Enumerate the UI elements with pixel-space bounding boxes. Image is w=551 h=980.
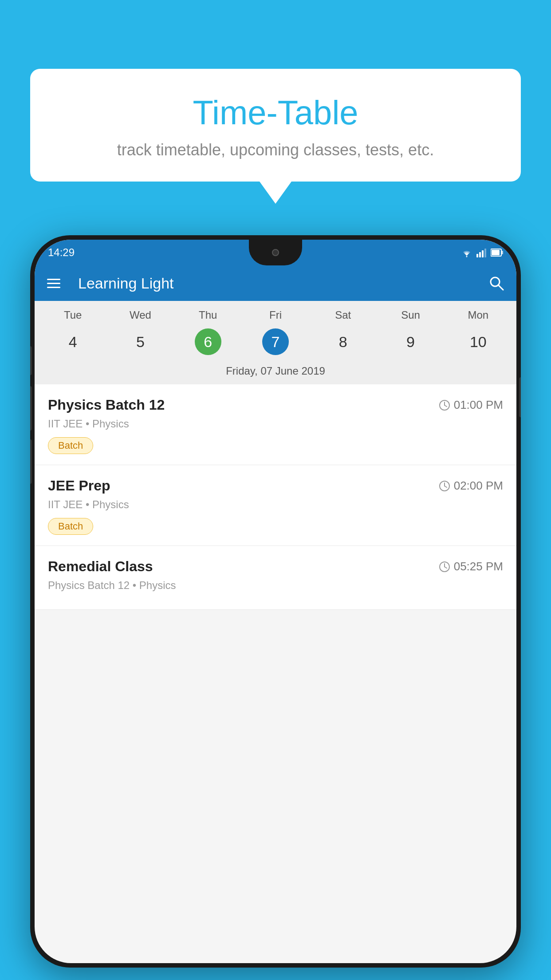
signal-icon xyxy=(476,248,487,257)
day-fri: Fri xyxy=(242,309,309,321)
app-bar: Learning Light xyxy=(35,265,516,301)
svg-rect-7 xyxy=(492,250,500,255)
class-name: Physics Batch 12 xyxy=(48,397,165,413)
clock-icon xyxy=(439,561,450,573)
clock-icon xyxy=(439,399,450,411)
svg-rect-4 xyxy=(484,249,486,257)
phone-screen: 14:29 xyxy=(35,240,516,963)
date-10[interactable]: 10 xyxy=(445,328,512,356)
bubble-tail xyxy=(260,182,291,204)
day-tue: Tue xyxy=(39,309,106,321)
bubble-subtitle: track timetable, upcoming classes, tests… xyxy=(57,141,494,159)
svg-rect-1 xyxy=(476,254,478,257)
bubble-title: Time-Table xyxy=(57,93,494,132)
mute-button xyxy=(30,346,32,375)
class-item-jee-prep[interactable]: JEE Prep 02:00 PM IIT JEE • Physics Batc… xyxy=(35,465,516,546)
date-8[interactable]: 8 xyxy=(309,328,377,356)
notch xyxy=(249,240,302,265)
class-time: 01:00 PM xyxy=(439,398,503,412)
class-time: 02:00 PM xyxy=(439,479,503,493)
date-7-selected[interactable]: 7 xyxy=(242,328,309,356)
battery-icon xyxy=(491,248,503,257)
app-title: Learning Light xyxy=(78,275,476,292)
class-meta: IIT JEE • Physics xyxy=(48,498,503,511)
date-5[interactable]: 5 xyxy=(106,328,174,356)
batch-badge: Batch xyxy=(48,518,93,535)
date-4[interactable]: 4 xyxy=(39,328,106,356)
svg-line-9 xyxy=(498,285,503,290)
speech-bubble: Time-Table track timetable, upcoming cla… xyxy=(30,69,521,182)
wifi-icon xyxy=(460,248,473,257)
date-6-today[interactable]: 6 xyxy=(174,328,242,356)
class-time-value: 01:00 PM xyxy=(454,398,503,412)
class-time-value: 05:25 PM xyxy=(454,560,503,573)
svg-line-12 xyxy=(445,405,447,407)
status-icons xyxy=(460,248,503,257)
search-icon[interactable] xyxy=(489,276,504,291)
day-sat: Sat xyxy=(309,309,377,321)
dates-row: 4 5 6 7 8 9 xyxy=(35,325,516,361)
day-sun: Sun xyxy=(377,309,444,321)
volume-down-button xyxy=(30,439,32,484)
svg-rect-3 xyxy=(482,250,484,257)
clock-icon xyxy=(439,480,450,492)
calendar-section: Tue Wed Thu Fri Sat Sun Mon 4 5 xyxy=(35,301,516,384)
speech-bubble-container: Time-Table track timetable, upcoming cla… xyxy=(30,69,521,204)
class-meta: Physics Batch 12 • Physics xyxy=(48,579,503,592)
svg-rect-6 xyxy=(501,251,503,254)
class-list: Physics Batch 12 01:00 PM IIT JEE • Phys… xyxy=(35,384,516,610)
class-item-header: Remedial Class 05:25 PM xyxy=(48,558,503,575)
svg-rect-2 xyxy=(479,252,481,257)
class-time: 05:25 PM xyxy=(439,560,503,573)
class-name: Remedial Class xyxy=(48,558,153,575)
day-wed: Wed xyxy=(106,309,174,321)
class-item-remedial[interactable]: Remedial Class 05:25 PM Physics Batch 12… xyxy=(35,546,516,610)
front-camera xyxy=(272,249,279,256)
power-button xyxy=(519,377,521,417)
class-item-header: JEE Prep 02:00 PM xyxy=(48,478,503,494)
class-name: JEE Prep xyxy=(48,478,110,494)
svg-line-18 xyxy=(445,567,447,568)
class-item-header: Physics Batch 12 01:00 PM xyxy=(48,397,503,413)
selected-date-label: Friday, 07 June 2019 xyxy=(35,361,516,384)
class-meta: IIT JEE • Physics xyxy=(48,418,503,430)
days-row: Tue Wed Thu Fri Sat Sun Mon xyxy=(35,301,516,325)
svg-line-15 xyxy=(445,486,447,487)
phone-frame: 14:29 xyxy=(30,235,521,968)
status-time: 14:29 xyxy=(48,246,75,259)
volume-up-button xyxy=(30,386,32,431)
svg-point-0 xyxy=(466,256,468,257)
hamburger-menu-button[interactable] xyxy=(47,279,60,288)
day-mon: Mon xyxy=(445,309,512,321)
class-time-value: 02:00 PM xyxy=(454,479,503,493)
day-thu: Thu xyxy=(174,309,242,321)
status-bar: 14:29 xyxy=(35,240,516,265)
phone-container: 14:29 xyxy=(30,235,521,980)
class-item-physics-batch-12[interactable]: Physics Batch 12 01:00 PM IIT JEE • Phys… xyxy=(35,384,516,465)
date-9[interactable]: 9 xyxy=(377,328,444,356)
batch-badge: Batch xyxy=(48,437,93,454)
